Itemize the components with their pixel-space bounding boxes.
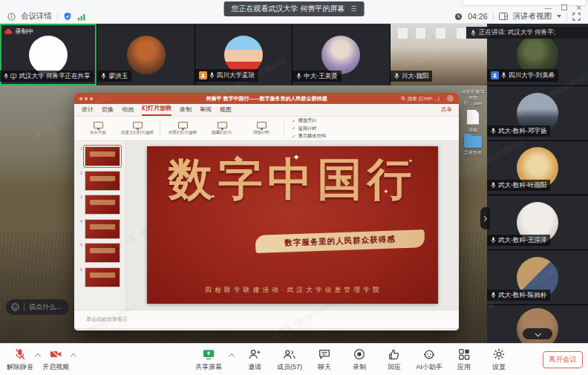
tab-design: 设计 [82,105,94,116]
chat-label: 聊天 [318,362,331,372]
current-slide: 数字中国行 ✦ ✦ ✦ ✦ 数字服务里的人民群众获得感 四 校 联 学 联 建 … [147,146,438,304]
thumbs-up-hand-icon [388,348,401,361]
emoji-smiley-icon[interactable] [11,303,19,311]
clock-icon [454,13,463,21]
settings-button[interactable]: 设置 [485,348,513,372]
fullscreen-icon[interactable] [572,13,581,21]
invite-label: 邀请 [248,362,261,372]
shared-screen-stage[interactable]: 何善平 数字中国行….pptx 讲稿 工作文件 何善平 数字中国行——数字服务里… [0,85,487,343]
view-mode-selector[interactable]: 演讲者视图 [513,11,552,22]
leave-meeting-button[interactable]: 离开会议 [543,351,583,368]
tab-animations: 动画 [122,105,134,116]
participant-label: 武大-数科-王淳泽 [487,235,550,246]
rail-tile[interactable]: 武大-数科-陈帅朴 [487,250,588,304]
chevron-down-icon[interactable] [557,15,561,18]
info-icon [7,13,16,21]
rail-tile[interactable]: 武大-数科-王淳泽 [487,195,588,250]
apps-grid-icon [457,348,471,361]
chat-bubble-icon [318,348,331,361]
ribbon-button: 自定义幻灯片放映 [120,122,154,134]
members-button[interactable]: 成员(57) [275,348,304,372]
participant-name: 中大-王美贤 [304,73,337,79]
network-signal-icon[interactable] [77,13,86,21]
thumb-number: 6 [78,267,82,272]
record-button[interactable]: 录制 [345,348,373,372]
mic-options-chevron[interactable] [35,353,41,359]
participant-name: 武大-数科-陈帅朴 [498,292,546,299]
meeting-details-button[interactable]: 会议详情 [21,11,52,22]
share-screen-button[interactable]: 共享屏幕 [195,348,223,372]
mic-icon [501,72,506,79]
start-video-label: 开启视频 [42,362,69,372]
screen-share-icon [10,74,16,79]
ribbon-button: 从头开始 [81,122,115,134]
participant-name: 武大-数科-王淳泽 [498,237,546,244]
ppt-ribbon: 从头开始 自定义幻灯片放映 设置幻灯片放映 隐藏幻灯片 排练计时 播放旁白 使用… [74,117,459,141]
rail-tile[interactable]: 武大-数科-叶雨阳 [487,141,588,195]
quick-chat-pill[interactable]: 说点什么... [6,299,69,315]
close-button[interactable]: ✕ [576,4,582,12]
host-badge-icon [199,71,207,79]
minimize-button[interactable]: — [545,4,552,12]
security-shield-icon[interactable] [63,12,72,21]
recording-label: 录制中 [15,27,34,36]
apps-button[interactable]: 应用 [450,348,478,372]
start-video-button[interactable]: 开启视频 [42,348,70,372]
participant-name: 武大-数科-叶雨阳 [498,182,546,189]
mic-icon [101,73,106,79]
participant-label: 廖洪玉 [97,71,131,82]
monitor-icon [178,122,188,128]
checkbox-show-media-controls: 显示媒体控件 [292,133,326,140]
ppt-notes-bar: 单击此处添加备注 [74,310,459,328]
slide-thumbnail [85,243,120,263]
share-screen-icon [202,348,215,361]
meeting-app-window: 您正在观看武汉大学 何善平的屏幕 ☰ — ✕ 会议详情 04:26 演讲者视图 [0,0,588,375]
divider [284,120,284,137]
video-tile[interactable]: 中大-王美贤 [293,24,389,85]
recording-cloud-icon [4,29,13,35]
reactions-button[interactable]: 回应 [380,348,408,372]
video-tile-sharer[interactable]: 录制中 武汉大学 何善平正在共享 [0,24,97,85]
divider [57,13,58,21]
tab-record: 录制 [180,105,192,116]
video-tile[interactable]: 廖洪玉 [97,24,194,85]
video-tile[interactable]: 四川大学孟琰 [195,24,292,85]
thumb-number: 3 [78,195,82,199]
mic-icon [491,128,496,134]
chat-button[interactable]: 聊天 [310,348,339,372]
unmute-button[interactable]: 解除静音 [6,348,34,372]
meeting-duration: 04:26 [468,12,487,21]
meeting-info-row: 会议详情 [7,11,86,22]
powerpoint-window: 何善平 数字中国行——数字服务里的人民群众获得感 搜索 (Cmd+…) 设计 切… [74,93,459,330]
window-titlebar: 您正在观看武汉大学 何善平的屏幕 ☰ — ✕ 会议详情 04:26 演讲者视图 [0,0,588,24]
video-options-chevron[interactable] [71,353,76,359]
rail-tile-partial[interactable] [487,305,588,343]
camera-off-icon [49,348,62,361]
thumb-number: 2 [78,171,82,175]
viewing-banner[interactable]: 您正在观看武汉大学 何善平的屏幕 ☰ [224,1,365,16]
quick-chat-input[interactable]: 说点什么... [29,302,62,312]
divider [24,303,24,311]
ppt-document-title: 何善平 数字中国行——数字服务里的人民群众获得感 [206,95,327,102]
document-file-icon [467,110,479,125]
avatar [321,36,360,74]
toolbar-left: 解除静音 开启视频 [6,348,76,372]
rail-tile[interactable]: 武大-数科-邓宇扬 [487,86,588,140]
recording-badge: 录制中 [4,27,34,36]
speaking-banner: 正在讲话: 武汉大学 何善平; [466,27,588,39]
share-options-chevron[interactable] [229,353,235,359]
member-badge-icon [491,71,499,79]
participant-label: 四川大学-刘美希 [487,69,558,82]
scroll-more-button[interactable] [523,328,552,339]
tab-review: 审阅 [200,105,212,116]
bottom-toolbar: 解除静音 开启视频 共享屏幕 邀请 成员(57) [0,343,588,375]
restore-button[interactable] [561,4,567,10]
members-label: 成员(57) [277,362,302,372]
hamburger-icon[interactable]: ☰ [350,5,356,13]
ai-assistant-button[interactable]: AI小助手 [415,348,443,372]
slide-thumbnail [85,171,120,191]
search-icon [401,97,405,101]
slide-title: 数字中国行 [147,157,438,201]
invite-button[interactable]: 邀请 [241,348,269,372]
rail-collapse-button[interactable] [480,207,490,229]
